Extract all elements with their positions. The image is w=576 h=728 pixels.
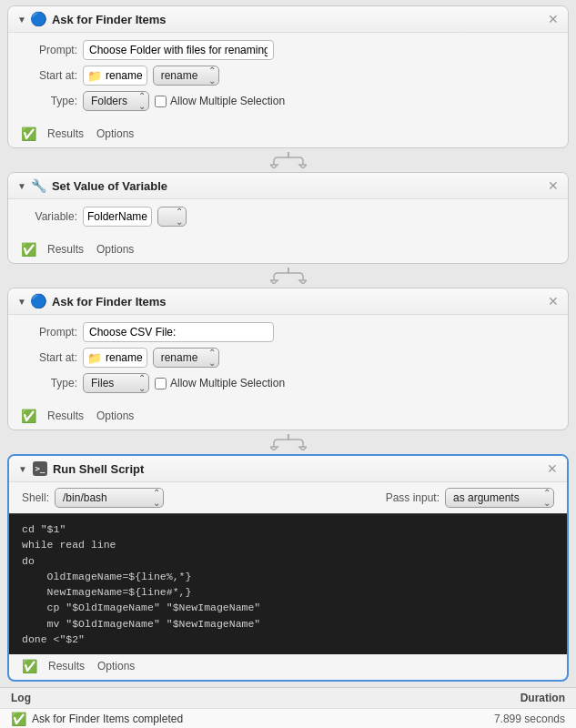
folder-icon-3: 📁 <box>87 351 102 365</box>
variable-select-wrapper: FolderName ⌃⌄ <box>157 207 187 227</box>
startat-label-3: Start at: <box>21 351 77 364</box>
options-link-3[interactable]: Options <box>91 408 139 424</box>
block-body-3: Prompt: Start at: 📁 rename rename ⌃⌄ Typ… <box>8 315 568 404</box>
block-set-variable: ▼ 🔧 Set Value of Variable ✕ Variable: Fo… <box>7 172 569 264</box>
variable-badge: FolderName <box>83 207 152 227</box>
prompt-input-1[interactable] <box>83 40 274 60</box>
pass-input-label: Pass input: <box>386 491 440 504</box>
startat-folder-3[interactable]: 📁 rename <box>83 348 147 368</box>
block-title-3: Ask for Finder Items <box>52 295 542 308</box>
footer-green-icon-2: ✅ <box>21 242 36 257</box>
results-link-4[interactable]: Results <box>43 658 90 674</box>
type-label-1: Type: <box>21 95 77 107</box>
startat-row-1: Start at: 📁 rename rename ⌃⌄ <box>21 66 555 86</box>
block-footer-1: ✅ Results Options <box>8 122 568 147</box>
block-title-4: Run Shell Script <box>53 462 541 476</box>
shell-select-wrapper: /bin/bash /bin/sh /usr/bin/python ⌃⌄ <box>55 488 164 508</box>
log-row-left: ✅ Ask for Finder Items completed <box>11 712 183 726</box>
collapse-triangle-4[interactable]: ▼ <box>18 464 27 474</box>
startat-row-3: Start at: 📁 rename rename ⌃⌄ <box>21 348 555 368</box>
block-ask-finder-1: ▼ 🔵 Ask for Finder Items ✕ Prompt: Start… <box>7 5 569 148</box>
log-entry-duration: 7.899 seconds <box>494 713 565 725</box>
log-header-log: Log <box>11 692 31 704</box>
footer-green-icon-3: ✅ <box>21 409 36 423</box>
block-body-1: Prompt: Start at: 📁 rename rename ⌃⌄ Typ… <box>8 33 568 122</box>
options-link-1[interactable]: Options <box>91 126 139 142</box>
connector-1 <box>0 152 576 168</box>
block-header-3: ▼ 🔵 Ask for Finder Items ✕ <box>8 288 568 315</box>
prompt-row-3: Prompt: <box>21 322 555 342</box>
collapse-triangle-2[interactable]: ▼ <box>17 181 26 191</box>
variable-value: FolderName <box>87 210 147 223</box>
log-header: Log Duration <box>0 688 576 709</box>
shell-select[interactable]: /bin/bash /bin/sh /usr/bin/python <box>55 488 164 508</box>
footer-green-icon-1: ✅ <box>21 126 36 141</box>
connector-3 <box>0 434 576 450</box>
close-button-4[interactable]: ✕ <box>547 462 558 475</box>
allow-multiple-checkbox-1[interactable] <box>155 96 167 107</box>
folder-name-1: rename <box>106 69 143 82</box>
variable-row: Variable: FolderName FolderName ⌃⌄ <box>21 207 555 227</box>
folder-name-3: rename <box>106 351 143 364</box>
options-link-4[interactable]: Options <box>92 658 140 674</box>
block-footer-3: ✅ Results Options <box>8 404 568 430</box>
startat-select-wrapper-1: rename ⌃⌄ <box>153 66 219 86</box>
shell-icon-4: >_ <box>33 461 47 476</box>
startat-folder-1[interactable]: 📁 rename <box>83 66 147 86</box>
type-label-3: Type: <box>21 377 77 389</box>
prompt-row-1: Prompt: <box>21 40 555 60</box>
block-header-1: ▼ 🔵 Ask for Finder Items ✕ <box>8 6 568 33</box>
connector-2 <box>0 268 576 284</box>
var-icon-2: 🔧 <box>32 178 46 193</box>
type-row-1: Type: Folders Files ⌃⌄ Allow Multiple Se… <box>21 91 555 111</box>
block-header-4: ▼ >_ Run Shell Script ✕ <box>9 456 567 482</box>
block-body-2: Variable: FolderName FolderName ⌃⌄ <box>8 199 568 238</box>
allow-multiple-label-1: Allow Multiple Selection <box>155 95 285 107</box>
block-header-2: ▼ 🔧 Set Value of Variable ✕ <box>8 173 568 199</box>
block-shell-script: ▼ >_ Run Shell Script ✕ Shell: /bin/bash… <box>7 454 569 682</box>
collapse-triangle-3[interactable]: ▼ <box>17 297 26 307</box>
allow-multiple-checkbox-3[interactable] <box>155 378 167 389</box>
prompt-input-3[interactable] <box>83 322 274 342</box>
block-title-1: Ask for Finder Items <box>52 13 542 26</box>
results-link-1[interactable]: Results <box>42 126 89 142</box>
type-select-wrapper-1: Folders Files ⌃⌄ <box>83 91 149 111</box>
block-footer-2: ✅ Results Options <box>8 238 568 263</box>
finder-icon-1: 🔵 <box>32 12 46 26</box>
type-row-3: Type: Files Folders ⌃⌄ Allow Multiple Se… <box>21 373 555 393</box>
finder-icon-3: 🔵 <box>32 294 46 308</box>
folder-icon-1: 📁 <box>87 69 102 83</box>
log-row: ✅ Ask for Finder Items completed 7.899 s… <box>0 709 576 728</box>
options-link-2[interactable]: Options <box>91 241 139 258</box>
close-button-2[interactable]: ✕ <box>548 179 559 192</box>
shell-label: Shell: <box>22 491 49 504</box>
results-link-2[interactable]: Results <box>42 241 89 258</box>
script-area[interactable]: cd "$1" while read line do OldImageName=… <box>9 513 567 654</box>
log-entries: ✅ Ask for Finder Items completed 7.899 s… <box>0 709 576 728</box>
prompt-label-3: Prompt: <box>21 326 77 339</box>
footer-green-icon-4: ✅ <box>22 659 37 673</box>
type-select-3[interactable]: Files Folders <box>83 373 149 393</box>
log-header-duration: Duration <box>520 692 565 704</box>
variable-label: Variable: <box>21 210 77 223</box>
variable-select[interactable]: FolderName <box>157 207 187 227</box>
shell-header-row: Shell: /bin/bash /bin/sh /usr/bin/python… <box>9 482 567 513</box>
startat-select-wrapper-3: rename ⌃⌄ <box>153 348 219 368</box>
allow-multiple-label-3: Allow Multiple Selection <box>155 377 285 389</box>
startat-label-1: Start at: <box>21 69 77 82</box>
prompt-label-1: Prompt: <box>21 44 77 56</box>
log-entry-text: Ask for Finder Items completed <box>32 713 183 725</box>
log-green-icon: ✅ <box>11 712 26 726</box>
block-title-2: Set Value of Variable <box>52 179 542 193</box>
log-section: Log Duration ✅ Ask for Finder Items comp… <box>0 687 576 728</box>
startat-select-1[interactable]: rename <box>153 66 219 86</box>
results-link-3[interactable]: Results <box>42 408 89 424</box>
type-select-1[interactable]: Folders Files <box>83 91 149 111</box>
collapse-triangle-1[interactable]: ▼ <box>17 15 26 25</box>
type-select-wrapper-3: Files Folders ⌃⌄ <box>83 373 149 393</box>
close-button-3[interactable]: ✕ <box>548 295 559 308</box>
pass-input-select[interactable]: as arguments to stdin <box>445 488 554 508</box>
startat-select-3[interactable]: rename <box>153 348 219 368</box>
block-footer-4: ✅ Results Options <box>9 654 567 680</box>
close-button-1[interactable]: ✕ <box>548 13 559 25</box>
